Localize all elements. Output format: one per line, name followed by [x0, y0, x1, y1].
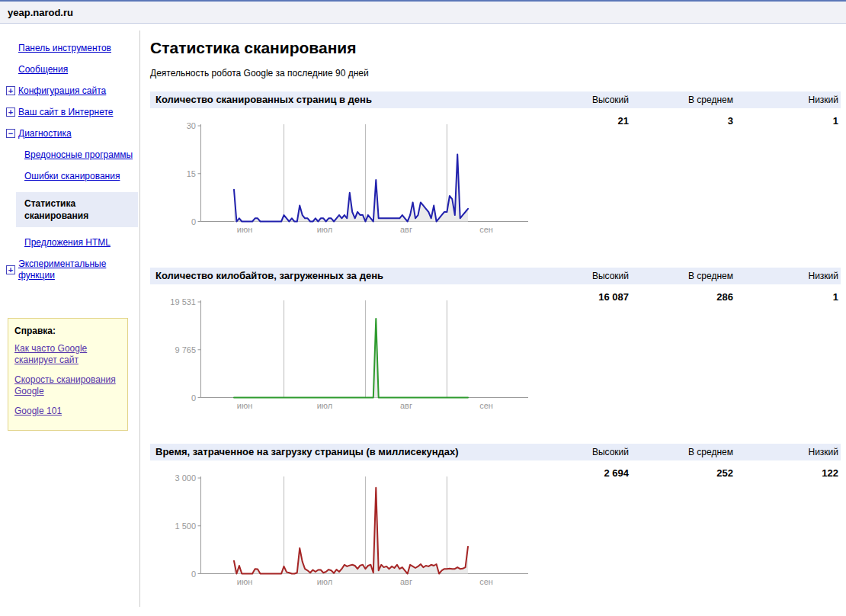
messages-link[interactable]: Сообщения [18, 64, 68, 75]
svg-text:июн: июн [237, 401, 252, 410]
crawl-errors-link[interactable]: Ошибки сканирования [24, 171, 120, 181]
sidebar-item-dashboard[interactable]: Панель инструментов [0, 43, 139, 54]
svg-text:9 765: 9 765 [175, 345, 196, 355]
stat-value-low: 1 [739, 290, 838, 304]
site-on-web-link[interactable]: Ваш сайт в Интернете [18, 107, 113, 117]
chart-header: Количество сканированных страниц в день … [150, 91, 841, 108]
sidebar: Панель инструментов Сообщения + Конфигур… [0, 24, 139, 431]
svg-text:авг: авг [400, 577, 412, 586]
svg-text:июн: июн [237, 577, 252, 586]
svg-text:сен: сен [479, 577, 493, 586]
stat-label-average: В среднем [634, 268, 733, 284]
kilobytes-downloaded-chart: 19 5319 7650июниюлавгсен [150, 294, 684, 415]
svg-text:июл: июл [317, 401, 333, 410]
expand-plus-icon[interactable]: + [6, 107, 15, 117]
stat-label-high: Высокий [530, 444, 629, 460]
sidebar-item-malware[interactable]: Вредоносные программы [0, 149, 139, 161]
stat-label-low: Низкий [739, 268, 838, 284]
sidebar-item-messages[interactable]: Сообщения [0, 64, 139, 75]
sidebar-item-site-config[interactable]: + Конфигурация сайта [0, 85, 139, 97]
svg-text:0: 0 [191, 217, 196, 226]
html-suggestions-link[interactable]: Предложения HTML [24, 237, 111, 248]
svg-text:июл: июл [317, 577, 333, 586]
chart-header: Количество килобайтов, загруженных за де… [150, 268, 841, 284]
sidebar-item-crawl-stats-selected[interactable]: Статистика сканирования [16, 192, 138, 227]
stat-value-low: 1 [739, 114, 838, 128]
svg-text:30: 30 [187, 121, 196, 130]
help-link-crawl-speed[interactable]: Скорость сканирования Google [14, 374, 121, 397]
svg-text:авг: авг [400, 401, 412, 410]
dashboard-link[interactable]: Панель инструментов [18, 43, 111, 53]
page-title: Статистика сканирования [150, 39, 357, 57]
chart-title: Количество сканированных страниц в день [155, 91, 372, 108]
svg-text:0: 0 [191, 393, 196, 403]
svg-text:15: 15 [187, 169, 196, 178]
svg-text:авг: авг [400, 225, 412, 234]
svg-text:июн: июн [237, 225, 252, 234]
expand-plus-icon[interactable]: + [6, 86, 15, 95]
chart-section-pages-crawled: Количество сканированных страниц в день … [150, 91, 841, 128]
stat-label-low: Низкий [739, 444, 838, 460]
stat-label-average: В среднем [634, 444, 733, 460]
diagnostics-link[interactable]: Диагностика [18, 128, 72, 139]
page-load-time-chart: 3 0001 5000июниюлавгсен [150, 470, 684, 591]
collapse-minus-icon[interactable]: − [6, 129, 15, 138]
malware-link[interactable]: Вредоносные программы [24, 149, 133, 160]
main-content: Статистика сканирования Деятельность роб… [150, 24, 841, 616]
labs-link[interactable]: Экспериментальные функции [18, 258, 106, 281]
sidebar-divider [139, 30, 140, 607]
sidebar-item-diagnostics[interactable]: − Диагностика [0, 128, 139, 140]
svg-text:сен: сен [479, 225, 493, 234]
svg-text:19 531: 19 531 [170, 297, 196, 306]
sidebar-item-crawl-errors[interactable]: Ошибки сканирования [0, 171, 139, 182]
expand-plus-icon[interactable]: + [6, 265, 15, 274]
site-config-link[interactable]: Конфигурация сайта [18, 85, 106, 96]
stat-value-low: 122 [739, 467, 838, 480]
top-bar: yeap.narod.ru [0, 0, 846, 24]
stat-label-low: Низкий [739, 91, 838, 108]
stat-label-high: Высокий [530, 268, 629, 284]
chart-section-kilobytes-downloaded: Количество килобайтов, загруженных за де… [150, 268, 841, 304]
svg-text:3 000: 3 000 [175, 473, 196, 483]
chart-section-page-load-time: Время, затраченное на загрузку страницы … [150, 444, 841, 480]
stat-label-high: Высокий [530, 91, 629, 108]
sidebar-item-html-suggestions[interactable]: Предложения HTML [0, 237, 139, 249]
page-subtitle: Деятельность робота Google за последние … [150, 68, 369, 79]
chart-title: Время, затраченное на загрузку страницы … [155, 444, 459, 460]
help-title: Справка: [14, 326, 121, 336]
site-name: yeap.narod.ru [8, 7, 73, 18]
svg-text:сен: сен [479, 401, 493, 410]
chart-header: Время, затраченное на загрузку страницы … [150, 444, 841, 460]
svg-text:1 500: 1 500 [175, 521, 196, 531]
sidebar-item-site-on-web[interactable]: + Ваш сайт в Интернете [0, 107, 139, 118]
svg-text:0: 0 [191, 569, 196, 579]
help-link-google-101[interactable]: Google 101 [14, 406, 121, 417]
pages-crawled-chart: 30150июниюлавгсен [150, 118, 684, 239]
stat-label-average: В среднем [634, 91, 733, 108]
sidebar-item-labs[interactable]: + Экспериментальные функции [0, 258, 139, 281]
help-box: Справка: Как часто Google сканирует сайт… [8, 318, 128, 431]
help-link-crawl-frequency[interactable]: Как часто Google сканирует сайт [14, 343, 121, 366]
svg-text:июл: июл [317, 225, 333, 234]
chart-title: Количество килобайтов, загруженных за де… [155, 268, 383, 284]
